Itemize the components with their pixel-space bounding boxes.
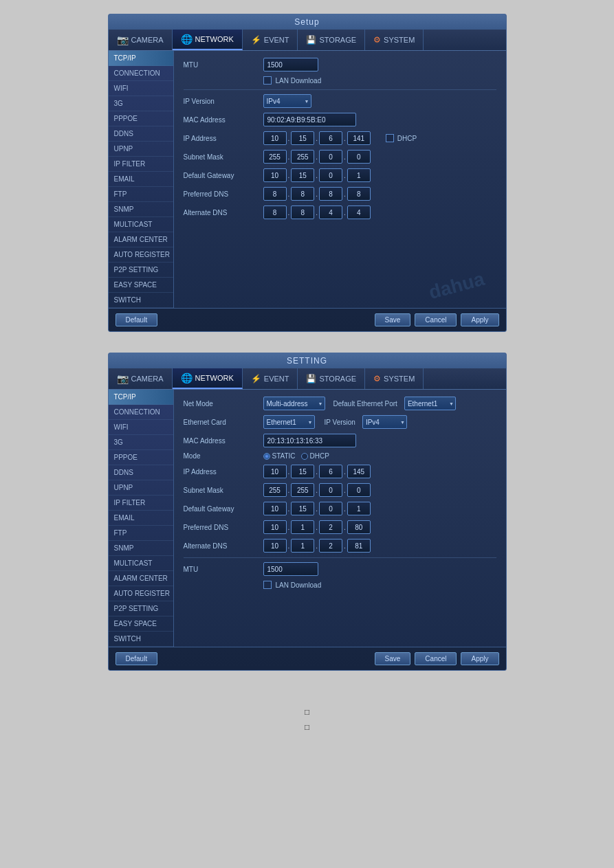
- static-radio-item[interactable]: STATIC: [263, 452, 296, 460]
- p2-pdns-oct2[interactable]: [291, 520, 314, 534]
- ip-oct2[interactable]: [291, 131, 314, 145]
- sidebar-item-ftp[interactable]: FTP: [109, 187, 173, 202]
- p2-default-button[interactable]: Default: [116, 652, 158, 665]
- p2-tab-event[interactable]: ⚡ EVENT: [243, 368, 298, 389]
- p2-sidebar-item-tcpip[interactable]: TCP/IP: [109, 390, 173, 405]
- eth-card-select[interactable]: Ethernet1 Ethernet2: [263, 415, 315, 429]
- p2-subnet-oct3[interactable]: [319, 483, 342, 497]
- p2-subnet-oct1[interactable]: [263, 483, 287, 497]
- p2-tab-storage[interactable]: 💾 STORAGE: [298, 368, 365, 389]
- sidebar-item-3g[interactable]: 3G: [109, 96, 173, 111]
- sidebar-item-easyspace[interactable]: EASY SPACE: [109, 278, 173, 293]
- gw-oct1[interactable]: [263, 168, 287, 182]
- static-radio[interactable]: [263, 453, 270, 460]
- p2-sidebar-item-ipfilter[interactable]: IP FILTER: [109, 496, 173, 511]
- p2-sidebar-item-multicast[interactable]: MULTICAST: [109, 556, 173, 571]
- p2-tab-system[interactable]: ⚙ SYSTEM: [365, 368, 424, 389]
- ip-oct3[interactable]: [319, 131, 342, 145]
- sidebar-item-ddns[interactable]: DDNS: [109, 126, 173, 142]
- dhcp-radio[interactable]: [301, 453, 308, 460]
- p2-mtu-input[interactable]: [263, 562, 318, 576]
- adns-oct4[interactable]: [347, 205, 371, 219]
- p2-tab-network[interactable]: 🌐 NETWORK: [173, 368, 243, 389]
- cancel-button[interactable]: Cancel: [415, 313, 457, 326]
- p2-sidebar-item-ftp[interactable]: FTP: [109, 526, 173, 541]
- p2-sidebar-item-autoregister[interactable]: AUTO REGISTER: [109, 586, 173, 601]
- adns-oct3[interactable]: [319, 205, 342, 219]
- p2-ip-oct2[interactable]: [291, 465, 314, 478]
- p2-ip-oct3[interactable]: [319, 465, 342, 478]
- sidebar-item-upnp[interactable]: UPNP: [109, 142, 173, 157]
- mac-address-input[interactable]: [263, 113, 356, 126]
- sidebar-item-alarmcenter[interactable]: ALARM CENTER: [109, 232, 173, 247]
- pdns-oct3[interactable]: [319, 187, 342, 201]
- pdns-oct1[interactable]: [263, 187, 287, 201]
- p2-gw-oct2[interactable]: [291, 502, 314, 515]
- subnet-oct3[interactable]: [319, 150, 342, 164]
- default-button[interactable]: Default: [116, 313, 158, 326]
- adns-oct1[interactable]: [263, 205, 287, 219]
- p2-ip-version-select[interactable]: IPv4 IPv6: [362, 415, 407, 429]
- p2-mac-address-input[interactable]: [263, 434, 356, 447]
- ip-oct1[interactable]: [263, 131, 287, 145]
- p2-lan-download-checkbox[interactable]: [263, 581, 272, 589]
- p2-adns-oct1[interactable]: [263, 539, 287, 553]
- p2-gw-oct1[interactable]: [263, 502, 287, 515]
- subnet-oct4[interactable]: [347, 150, 371, 164]
- p2-subnet-oct4[interactable]: [347, 483, 371, 497]
- ip-oct4[interactable]: [347, 131, 371, 145]
- p2-gw-oct4[interactable]: [347, 502, 371, 515]
- p2-ip-oct1[interactable]: [263, 465, 287, 478]
- tab-camera[interactable]: 📷 CAMERA: [109, 30, 173, 50]
- sidebar-item-ipfilter[interactable]: IP FILTER: [109, 157, 173, 172]
- sidebar-item-pppoe[interactable]: PPPOE: [109, 111, 173, 126]
- p2-sidebar-item-3g[interactable]: 3G: [109, 435, 173, 450]
- sidebar-item-connection[interactable]: CONNECTION: [109, 66, 173, 81]
- p2-tab-camera[interactable]: 📷 CAMERA: [109, 368, 173, 389]
- default-eth-select[interactable]: Ethernet1 Ethernet2: [404, 397, 456, 410]
- adns-oct2[interactable]: [291, 205, 314, 219]
- p2-sidebar-item-alarmcenter[interactable]: ALARM CENTER: [109, 571, 173, 586]
- p2-sidebar-item-easyspace[interactable]: EASY SPACE: [109, 616, 173, 632]
- mtu-input[interactable]: [263, 58, 318, 71]
- gw-oct3[interactable]: [319, 168, 342, 182]
- tab-storage[interactable]: 💾 STORAGE: [298, 30, 365, 50]
- subnet-oct1[interactable]: [263, 150, 287, 164]
- ip-version-select[interactable]: IPv4 IPv6: [263, 94, 311, 108]
- p2-ip-oct4[interactable]: [347, 465, 371, 478]
- tab-event[interactable]: ⚡ EVENT: [243, 30, 298, 50]
- gw-oct4[interactable]: [347, 168, 371, 182]
- p2-sidebar-item-p2psetting[interactable]: P2P SETTING: [109, 601, 173, 616]
- p2-save-button[interactable]: Save: [375, 652, 411, 665]
- p2-sidebar-item-upnp[interactable]: UPNP: [109, 480, 173, 496]
- dhcp-checkbox[interactable]: [386, 134, 394, 142]
- p2-sidebar-item-email[interactable]: EMAIL: [109, 511, 173, 526]
- p2-pdns-oct1[interactable]: [263, 520, 287, 534]
- apply-button[interactable]: Apply: [461, 313, 498, 326]
- sidebar-item-switch[interactable]: SWITCH: [109, 293, 173, 308]
- sidebar-item-wifi[interactable]: WIFI: [109, 81, 173, 96]
- dhcp-radio-item[interactable]: DHCP: [301, 452, 329, 460]
- p2-pdns-oct3[interactable]: [319, 520, 342, 534]
- p2-adns-oct4[interactable]: [347, 539, 371, 553]
- sidebar-item-tcpip[interactable]: TCP/IP: [109, 51, 173, 66]
- p2-subnet-oct2[interactable]: [291, 483, 314, 497]
- p2-pdns-oct4[interactable]: [347, 520, 371, 534]
- net-mode-select[interactable]: Multi-address Fault Tolerance Load Balan…: [263, 397, 325, 410]
- pdns-oct4[interactable]: [347, 187, 371, 201]
- sidebar-item-autoregister[interactable]: AUTO REGISTER: [109, 247, 173, 263]
- gw-oct2[interactable]: [291, 168, 314, 182]
- sidebar-item-email[interactable]: EMAIL: [109, 172, 173, 187]
- p2-sidebar-item-switch[interactable]: SWITCH: [109, 632, 173, 647]
- tab-system[interactable]: ⚙ SYSTEM: [365, 30, 424, 50]
- tab-network[interactable]: 🌐 NETWORK: [173, 30, 243, 50]
- p2-adns-oct3[interactable]: [319, 539, 342, 553]
- p2-cancel-button[interactable]: Cancel: [415, 652, 457, 665]
- p2-sidebar-item-ddns[interactable]: DDNS: [109, 465, 173, 480]
- p2-gw-oct3[interactable]: [319, 502, 342, 515]
- subnet-oct2[interactable]: [291, 150, 314, 164]
- sidebar-item-p2psetting[interactable]: P2P SETTING: [109, 263, 173, 278]
- sidebar-item-multicast[interactable]: MULTICAST: [109, 217, 173, 232]
- p2-apply-button[interactable]: Apply: [461, 652, 498, 665]
- p2-sidebar-item-snmp[interactable]: SNMP: [109, 541, 173, 556]
